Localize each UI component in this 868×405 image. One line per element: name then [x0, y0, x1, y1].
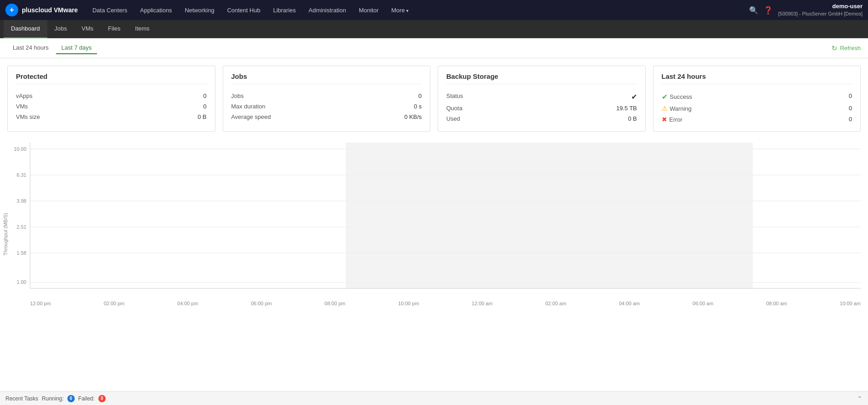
success-icon: ✔: [662, 92, 668, 101]
chart-shaded-region: [346, 143, 753, 288]
x-tick-9: 06:00 am: [693, 301, 714, 306]
y-tick-2: 3.98: [17, 198, 26, 204]
card-backup-storage: Backup Storage Status ✔ Quota 19.5 TB Us…: [438, 66, 646, 132]
card-row: Jobs 0: [231, 91, 422, 101]
value-vms: 0: [203, 103, 206, 110]
chart-y-label: Throughput (MB/S): [3, 213, 8, 256]
filter-bar: Last 24 hours Last 7 days ↻ Refresh: [0, 38, 868, 58]
card-protected-title: Protected: [16, 72, 207, 84]
card-row: ✔ Success 0: [662, 91, 853, 103]
y-tick-0: 10.00: [14, 146, 26, 152]
nav-monitor[interactable]: Monitor: [353, 4, 384, 16]
value-status: ✔: [631, 92, 637, 101]
x-tick-0: 12:00 pm: [30, 301, 51, 306]
label-vms: VMs: [16, 103, 28, 110]
y-tick-3: 2.51: [17, 224, 26, 230]
card-row: vApps 0: [16, 91, 207, 101]
chart-x-labels: 12:00 pm 02:00 pm 04:00 pm 06:00 pm 08:0…: [30, 301, 861, 306]
app-name: pluscloud VMware: [22, 6, 78, 14]
card-row: Max duration 0 s: [231, 101, 422, 112]
x-tick-8: 04:00 am: [619, 301, 640, 306]
y-tick-1: 6.31: [17, 172, 26, 178]
x-tick-5: 10:00 pm: [398, 301, 419, 306]
nav-libraries[interactable]: Libraries: [268, 4, 301, 16]
user-sub: [500903] - PlusServer GmbH [Demos]: [778, 10, 863, 17]
warning-icon: ⚠: [662, 105, 668, 112]
card-row: ⚠ Warning 0: [662, 103, 853, 114]
filter-7days[interactable]: Last 7 days: [56, 42, 97, 54]
card-protected: Protected vApps 0 VMs 0 VMs size 0 B: [7, 66, 215, 132]
label-max-duration: Max duration: [231, 103, 266, 110]
label-vms-size: VMs size: [16, 113, 40, 120]
card-jobs-title: Jobs: [231, 72, 422, 84]
label-used: Used: [446, 115, 460, 122]
x-tick-4: 08:00 pm: [325, 301, 346, 306]
error-icon: ✖: [662, 116, 667, 123]
x-tick-10: 08:00 am: [766, 301, 787, 306]
label-error: Error: [669, 116, 683, 123]
secondary-nav: Dashboard Jobs VMs Files Items: [0, 20, 868, 38]
card-row: VMs size 0 B: [16, 112, 207, 122]
nav-applications[interactable]: Applications: [135, 4, 178, 16]
card-row: Average speed 0 KB/s: [231, 112, 422, 122]
chart-svg: 10.00 6.31 3.98 2.51 1.58 1.00: [30, 143, 861, 297]
x-tick-11: 10:00 am: [840, 301, 861, 306]
nav-right-actions: 🔍 ❓ demo-user [500903] - PlusServer GmbH…: [749, 3, 863, 17]
x-tick-7: 02:00 am: [545, 301, 566, 306]
chart-area: 10.00 6.31 3.98 2.51 1.58 1.00 12:00 pm: [30, 143, 861, 306]
top-nav: + pluscloud VMware Data Centers Applicat…: [0, 0, 868, 20]
tab-dashboard[interactable]: Dashboard: [4, 20, 47, 38]
label-status: Status: [446, 92, 463, 101]
card-row: Quota 19.5 TB: [446, 103, 637, 113]
tab-jobs[interactable]: Jobs: [47, 20, 74, 38]
x-tick-6: 12:00 am: [472, 301, 493, 306]
value-max-duration: 0 s: [414, 103, 422, 110]
cards-row: Protected vApps 0 VMs 0 VMs size 0 B Job…: [0, 58, 868, 139]
value-vapps: 0: [203, 92, 206, 99]
search-button[interactable]: 🔍: [749, 6, 758, 15]
card-row: ✖ Error 0: [662, 114, 853, 125]
label-success: Success: [670, 93, 692, 100]
user-info: demo-user [500903] - PlusServer GmbH [De…: [778, 3, 863, 17]
card-last24-title: Last 24 hours: [662, 72, 853, 84]
label-quota: Quota: [446, 105, 462, 112]
value-warning: 0: [849, 105, 852, 112]
card-backup-title: Backup Storage: [446, 72, 637, 84]
tab-items[interactable]: Items: [128, 20, 157, 38]
user-name: demo-user: [778, 3, 863, 10]
chart-container: Throughput (MB/S) 10.00 6.31 3.98 2.51 1…: [0, 139, 868, 329]
nav-administration[interactable]: Administration: [303, 4, 352, 16]
refresh-icon: ↻: [832, 44, 837, 52]
card-row: Status ✔: [446, 91, 637, 103]
value-vms-size: 0 B: [198, 113, 207, 120]
value-jobs: 0: [419, 92, 422, 99]
nav-content-hub[interactable]: Content Hub: [222, 4, 266, 16]
y-tick-4: 1.58: [17, 250, 26, 256]
value-error: 0: [849, 116, 852, 123]
y-tick-5: 1.00: [17, 279, 26, 285]
card-jobs: Jobs Jobs 0 Max duration 0 s Average spe…: [223, 66, 431, 132]
nav-more[interactable]: More: [386, 4, 414, 16]
logo-icon: +: [5, 4, 18, 16]
x-tick-1: 02:00 pm: [104, 301, 125, 306]
nav-networking[interactable]: Networking: [179, 4, 220, 16]
tab-vms[interactable]: VMs: [74, 20, 101, 38]
x-tick-3: 06:00 pm: [251, 301, 272, 306]
main-nav: Data Centers Applications Networking Con…: [87, 4, 749, 16]
app-logo[interactable]: + pluscloud VMware: [5, 4, 78, 16]
refresh-button[interactable]: ↻ Refresh: [832, 44, 861, 52]
tab-files[interactable]: Files: [101, 20, 128, 38]
card-last24: Last 24 hours ✔ Success 0 ⚠ Warning 0 ✖ …: [653, 66, 861, 132]
value-quota: 19.5 TB: [616, 105, 637, 112]
label-warning: Warning: [670, 105, 692, 112]
label-vapps: vApps: [16, 92, 32, 99]
x-tick-2: 04:00 pm: [177, 301, 198, 306]
value-success: 0: [849, 92, 852, 101]
value-avg-speed: 0 KB/s: [404, 113, 422, 120]
help-button[interactable]: ❓: [764, 6, 773, 15]
card-row: Used 0 B: [446, 113, 637, 124]
nav-data-centers[interactable]: Data Centers: [87, 4, 133, 16]
card-row: VMs 0: [16, 101, 207, 112]
value-used: 0 B: [628, 115, 637, 122]
filter-24h[interactable]: Last 24 hours: [7, 42, 54, 54]
